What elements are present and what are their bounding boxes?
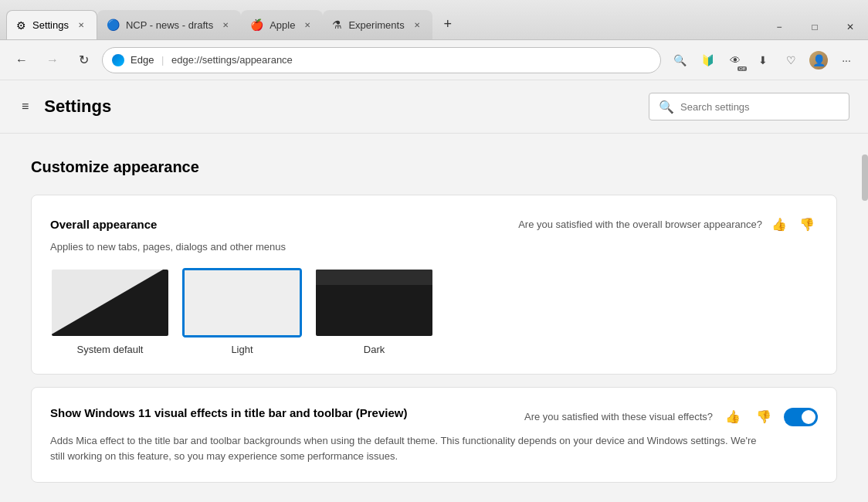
feedback-buttons: Are you satisfied with the overall brows… [518,214,818,235]
search-settings-wrap[interactable]: 🔍 [649,93,849,120]
window-controls: − □ ✕ [761,12,868,39]
appearance-options: System default Light Dark [50,268,818,355]
light-label: Light [231,344,253,355]
settings-tab-icon: ⚙ [16,19,26,32]
new-tab-button[interactable]: + [436,12,460,36]
visual-effects-thumbup[interactable]: 👍 [722,406,744,427]
forward-button[interactable]: → [40,48,65,73]
refresh-button[interactable]: ↻ [71,48,96,73]
settings-header: ≡ Settings 🔍 [0,80,868,134]
minimize-button[interactable]: − [761,15,797,39]
experiments-tab-close[interactable]: ✕ [411,19,423,31]
more-options-icon[interactable]: ··· [834,48,859,73]
experiments-tab-icon: ⚗ [332,19,342,31]
address-bar: ← → ↻ Edge | edge://settings/appearance … [0,40,868,80]
dark-label: Dark [364,344,385,355]
apple-tab-icon: 🍎 [250,19,263,31]
system-default-thumbnail[interactable] [50,268,170,337]
card-header: Overall appearance Are you satisfied wit… [50,214,818,235]
visual-effects-title-area: Show Windows 11 visual effects in title … [50,406,509,424]
tab-settings[interactable]: ⚙ Settings ✕ [6,10,97,39]
separator: | [161,54,164,66]
tracking-prevention-icon[interactable]: 👁 Off [723,48,748,73]
light-thumbnail[interactable] [182,268,302,337]
settings-tab-close[interactable]: ✕ [75,19,87,32]
tab-ncp[interactable]: 🔵 NCP - news - drafts ✕ [97,10,241,39]
system-default-label: System default [77,344,144,355]
settings-area: ≡ Settings 🔍 Customize appearance Overal… [0,80,868,502]
system-default-preview [52,270,168,336]
ncp-tab-icon: 🔵 [107,19,120,31]
favorites-icon[interactable]: ♡ [778,48,803,73]
page-content: Customize appearance Overall appearance … [0,134,868,502]
dark-thumbnail[interactable] [314,268,434,337]
settings-page-title: Settings [44,97,636,117]
edge-logo-icon [112,54,124,66]
visual-effects-card: Show Windows 11 visual effects in title … [31,387,837,483]
feedback-question: Are you satisfied with the overall brows… [518,219,762,230]
toolbar-icons: 🔍 🔰 👁 Off ⬇ ♡ 👤 ··· [667,48,859,73]
dark-preview [316,270,432,336]
main-layout: ≡ Settings 🔍 Customize appearance Overal… [0,80,868,502]
visual-effects-right: Are you satisfied with these visual effe… [524,406,818,427]
tracking-off-badge: Off [737,66,747,71]
experiments-tab-label: Experiments [348,19,404,31]
maximize-button[interactable]: □ [797,15,832,39]
search-settings-input[interactable] [680,101,839,113]
ncp-tab-label: NCP - news - drafts [126,19,213,31]
title-bar: ⚙ Settings ✕ 🔵 NCP - news - drafts ✕ 🍎 A… [0,0,868,40]
download-icon[interactable]: ⬇ [751,48,775,73]
zoom-icon[interactable]: 🔍 [667,48,692,73]
overall-appearance-card: Overall appearance Are you satisfied wit… [31,195,837,375]
tab-apple[interactable]: 🍎 Apple ✕ [241,10,323,39]
profile-icon[interactable]: 👤 [806,48,831,73]
light-preview [185,270,300,335]
settings-tab-label: Settings [32,19,69,31]
address-input[interactable]: Edge | edge://settings/appearance [102,47,661,73]
visual-effects-header: Show Windows 11 visual effects in title … [50,406,818,427]
appearance-option-system[interactable]: System default [50,268,170,355]
ncp-tab-close[interactable]: ✕ [219,19,232,31]
thumbdown-button[interactable]: 👎 [796,214,818,235]
overall-appearance-subtitle: Applies to new tabs, pages, dialogs and … [50,241,818,253]
visual-effects-body: Adds Mica effect to the title bar and to… [50,433,761,463]
page-heading: Customize appearance [31,158,837,176]
scrollbar-thumb[interactable] [862,154,868,201]
tab-experiments[interactable]: ⚗ Experiments ✕ [323,10,432,39]
appearance-option-dark[interactable]: Dark [314,268,434,355]
sidebar-toggle-button[interactable]: ≡ [19,97,32,117]
address-url: edge://settings/appearance [171,54,293,66]
visual-effects-thumbdown[interactable]: 👎 [753,406,775,427]
visual-effects-feedback-question: Are you satisfied with these visual effe… [524,411,713,422]
apple-tab-close[interactable]: ✕ [301,19,314,31]
thumbup-button[interactable]: 👍 [768,214,790,235]
visual-effects-toggle[interactable] [784,408,818,426]
visual-effects-title: Show Windows 11 visual effects in title … [50,406,509,419]
security-icon[interactable]: 🔰 [695,48,720,73]
apple-tab-label: Apple [270,19,295,31]
close-button[interactable]: ✕ [832,15,868,39]
browser-name: Edge [131,54,154,66]
back-button[interactable]: ← [9,48,34,73]
appearance-option-light[interactable]: Light [182,268,302,355]
overall-appearance-title: Overall appearance [50,218,157,231]
search-settings-icon: 🔍 [659,100,674,114]
scrollbar[interactable] [862,154,868,425]
